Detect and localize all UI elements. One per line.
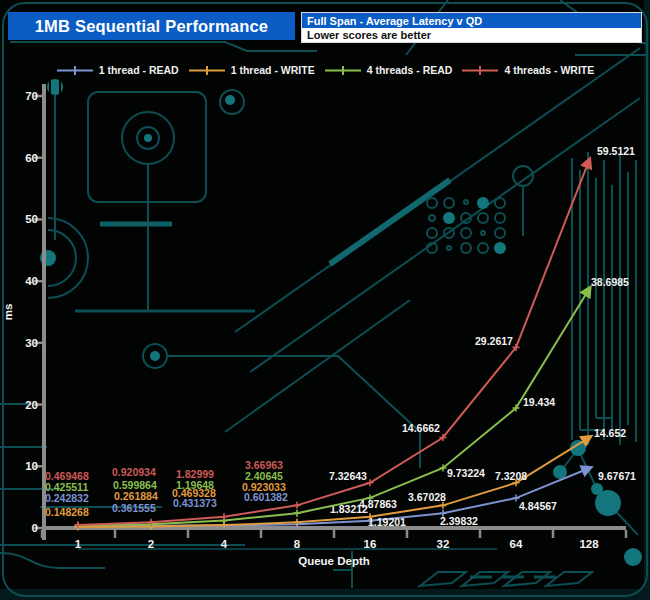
data-label: 4.84567 bbox=[519, 500, 557, 512]
data-label: 1.82999 bbox=[176, 468, 214, 480]
data-label: 1.19201 bbox=[368, 516, 406, 528]
data-label: 0.599864 bbox=[113, 479, 157, 491]
data-label: 0.148268 bbox=[45, 506, 89, 518]
data-label: 0.469468 bbox=[45, 470, 89, 482]
data-label: 2.40645 bbox=[245, 470, 283, 482]
data-label: 38.6985 bbox=[591, 276, 629, 288]
y-tick-label: 70 bbox=[25, 90, 38, 102]
x-tick-label: 2 bbox=[148, 538, 154, 550]
y-tick-label: 0 bbox=[32, 522, 38, 534]
data-point-marker bbox=[294, 510, 301, 517]
data-label: 0.920934 bbox=[112, 466, 156, 478]
data-label: 3.67028 bbox=[408, 491, 446, 503]
data-point-marker bbox=[294, 502, 301, 509]
data-label: 3.66963 bbox=[245, 459, 283, 471]
x-tick-label: 32 bbox=[437, 538, 450, 550]
data-label: 0.361555 bbox=[112, 502, 156, 514]
data-label: 4.87863 bbox=[359, 498, 397, 510]
data-label: 2.39832 bbox=[440, 515, 478, 527]
data-label: 14.652 bbox=[594, 427, 626, 439]
y-tick-label: 50 bbox=[25, 213, 38, 225]
data-label: 19.434 bbox=[523, 396, 555, 408]
y-tick-label: 40 bbox=[25, 275, 38, 287]
x-tick-label: 16 bbox=[364, 538, 377, 550]
data-label: 9.73224 bbox=[447, 467, 485, 479]
data-label: 29.2617 bbox=[475, 335, 513, 347]
y-tick-label: 60 bbox=[25, 152, 38, 164]
y-tick-label: 20 bbox=[25, 399, 38, 411]
x-axis-title: Queue Depth bbox=[298, 555, 370, 567]
data-label: 7.3208 bbox=[495, 470, 527, 482]
x-tick-label: 4 bbox=[221, 538, 228, 550]
data-label: 14.6662 bbox=[402, 422, 440, 434]
data-label: 0.923033 bbox=[242, 481, 286, 493]
data-label: 0.242832 bbox=[45, 492, 89, 504]
data-label: 7.32643 bbox=[329, 470, 367, 482]
data-label: 9.67671 bbox=[598, 470, 636, 482]
x-tick-label: 64 bbox=[510, 538, 523, 550]
data-label: 0.425511 bbox=[45, 481, 88, 493]
screenshot-root: 1MB Sequential Performance Full Span - A… bbox=[0, 0, 650, 600]
y-axis-title: ms bbox=[2, 304, 14, 321]
data-label: 59.5121 bbox=[597, 145, 635, 157]
data-label: 0.261884 bbox=[114, 490, 158, 502]
data-label: 1.19648 bbox=[176, 479, 214, 491]
y-tick-label: 10 bbox=[25, 460, 38, 472]
x-tick-label: 128 bbox=[579, 538, 599, 550]
data-point-marker bbox=[221, 513, 228, 520]
x-tick-label: 1 bbox=[75, 538, 82, 550]
y-tick-label: 30 bbox=[25, 337, 38, 349]
latency-chart: 0102030405060701248163264128Queue Depthm… bbox=[0, 0, 650, 600]
x-tick-label: 8 bbox=[294, 538, 301, 550]
